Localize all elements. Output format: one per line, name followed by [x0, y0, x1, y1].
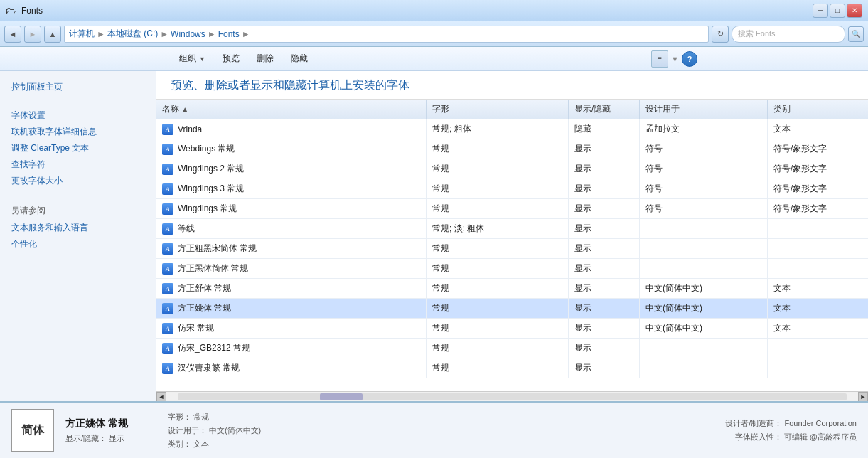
cell-designed: 中文(简体中文) — [640, 279, 768, 298]
breadcrumb-windows[interactable]: Windows — [171, 29, 205, 39]
cell-visibility: 显示 — [569, 358, 640, 378]
cell-name: A Vrinda — [156, 119, 427, 139]
search-box[interactable]: 搜索 Fonts — [732, 26, 845, 43]
delete-button[interactable]: 删除 — [248, 49, 282, 69]
cell-designed: 中文(简体中文) — [640, 319, 768, 338]
table-row[interactable]: A 方正粗黑宋简体 常规 常规 显示 — [156, 239, 868, 259]
font-name: 方正粗黑宋简体 常规 — [178, 243, 257, 255]
col-header-visibility[interactable]: 显示/隐藏 — [569, 100, 640, 119]
scroll-thumb[interactable] — [320, 393, 363, 400]
col-header-designed[interactable]: 设计用于 — [640, 100, 768, 119]
organize-arrow: ▼ — [199, 55, 205, 63]
col-header-name[interactable]: 名称 ▲ — [156, 100, 427, 119]
scroll-left-button[interactable]: ◄ — [156, 392, 166, 402]
sidebar-online-info[interactable]: 联机获取字体详细信息 — [0, 124, 156, 140]
table-row[interactable]: A Vrinda 常规; 粗体 隐藏 孟加拉文 文本 — [156, 119, 868, 139]
back-button[interactable]: ◄ — [4, 26, 21, 43]
cell-name: A 等线 — [156, 219, 427, 238]
breadcrumb-drive[interactable]: 本地磁盘 (C:) — [107, 28, 158, 40]
cell-designed: 符号 — [640, 139, 768, 159]
sidebar-also-see-section: 另请参阅 文本服务和输入语言 个性化 — [0, 201, 156, 252]
table-row[interactable]: A Wingdings 3 常规 常规 显示 符号 符号/象形文字 — [156, 179, 868, 199]
page-title: 预览、删除或者显示和隐藏计算机上安装的字体 — [156, 71, 868, 100]
table-row[interactable]: A 方正舒体 常规 常规 显示 中文(简体中文) 文本 — [156, 279, 868, 299]
address-path[interactable]: 计算机 ► 本地磁盘 (C:) ► Windows ► Fonts ► — [64, 26, 709, 43]
status-info-left: 方正姚体 常规 显示/隐藏： 显示 — [65, 417, 128, 444]
forward-button[interactable]: ► — [24, 26, 41, 43]
breadcrumb-computer[interactable]: 计算机 — [69, 28, 95, 40]
cell-style: 常规 — [427, 358, 569, 378]
table-row[interactable]: A 方正姚体 常规 常规 显示 中文(简体中文) 文本 — [156, 299, 868, 319]
cell-style: 常规; 淡; 粗体 — [427, 219, 569, 238]
font-name: 方正黑体简体 常规 — [178, 262, 248, 275]
sidebar-cleartype[interactable]: 调整 ClearType 文本 — [0, 140, 156, 156]
cell-name: A Wingdings 常规 — [156, 199, 427, 218]
horizontal-scrollbar[interactable]: ◄ ► — [156, 391, 868, 401]
also-see-title: 另请参阅 — [0, 201, 156, 220]
col-header-category[interactable]: 类别 — [768, 100, 853, 119]
sidebar-find-char[interactable]: 查找字符 — [0, 156, 156, 173]
cell-category: 符号/象形文字 — [768, 199, 853, 218]
table-row[interactable]: A Wingdings 2 常规 常规 显示 符号 符号/象形文字 — [156, 159, 868, 179]
breadcrumb-fonts[interactable]: Fonts — [218, 29, 240, 39]
cell-category: 文本 — [768, 319, 853, 338]
title-bar: 🗁 Fonts ─ □ ✕ — [0, 0, 868, 21]
table-row[interactable]: A 等线 常规; 淡; 粗体 显示 — [156, 219, 868, 239]
scroll-right-button[interactable]: ► — [858, 392, 868, 402]
cell-designed — [640, 239, 768, 258]
table-row[interactable]: A 仿宋_GB2312 常规 常规 显示 — [156, 339, 868, 358]
preview-button[interactable]: 预览 — [214, 49, 248, 69]
refresh-button[interactable]: ↻ — [712, 26, 729, 43]
font-table[interactable]: 名称 ▲ 字形 显示/隐藏 设计用于 类别 A — [156, 100, 868, 391]
sidebar-personalize[interactable]: 个性化 — [0, 236, 156, 252]
table-row[interactable]: A Webdings 常规 常规 显示 符号 符号/象形文字 — [156, 139, 868, 159]
table-row[interactable]: A 方正黑体简体 常规 常规 显示 — [156, 259, 868, 279]
status-visibility: 显示/隐藏： 显示 — [65, 433, 128, 444]
sort-arrow-name: ▲ — [181, 105, 188, 113]
status-font-name: 方正姚体 常规 — [65, 417, 128, 430]
window-title: Fonts — [21, 6, 43, 16]
cell-style: 常规 — [427, 159, 569, 179]
cell-name: A 方正舒体 常规 — [156, 279, 427, 298]
maximize-button[interactable]: □ — [830, 4, 845, 18]
cell-name: A Webdings 常规 — [156, 139, 427, 159]
font-name: 等线 — [178, 223, 195, 235]
preview-character: 简体 — [21, 423, 44, 438]
cell-category — [768, 239, 853, 258]
sidebar-font-settings[interactable]: 字体设置 — [0, 107, 156, 124]
sidebar-text-services[interactable]: 文本服务和输入语言 — [0, 220, 156, 236]
view-button[interactable]: ≡ — [651, 50, 668, 68]
scroll-track[interactable] — [178, 393, 847, 400]
hide-button[interactable]: 隐藏 — [282, 49, 316, 69]
cell-category: 文本 — [768, 119, 853, 139]
table-body: A Vrinda 常规; 粗体 隐藏 孟加拉文 文本 A Webdings 常规… — [156, 119, 868, 378]
help-button[interactable]: ? — [682, 51, 697, 67]
col-header-style[interactable]: 字形 — [427, 100, 569, 119]
main-layout: 控制面板主页 字体设置 联机获取字体详细信息 调整 ClearType 文本 查… — [0, 71, 868, 401]
close-button[interactable]: ✕ — [847, 4, 862, 18]
cell-visibility: 显示 — [569, 259, 640, 278]
cell-style: 常规 — [427, 179, 569, 198]
font-name: 仿宋 常规 — [178, 322, 214, 334]
search-button[interactable]: 🔍 — [848, 26, 864, 42]
cell-name: A Wingdings 3 常规 — [156, 179, 427, 198]
table-row[interactable]: A Wingdings 常规 常规 显示 符号 符号/象形文字 — [156, 199, 868, 219]
table-row[interactable]: A 汉仪曹隶繁 常规 常规 显示 — [156, 358, 868, 378]
minimize-button[interactable]: ─ — [813, 4, 828, 18]
cell-visibility: 显示 — [569, 319, 640, 338]
status-designed-for: 设计用于： 中文(简体中文) — [168, 425, 714, 436]
cell-style: 常规 — [427, 279, 569, 298]
cell-visibility: 显示 — [569, 219, 640, 238]
table-row[interactable]: A 仿宋 常规 常规 显示 中文(简体中文) 文本 — [156, 319, 868, 339]
cell-visibility: 显示 — [569, 199, 640, 218]
sidebar-home-link[interactable]: 控制面板主页 — [0, 78, 156, 96]
up-button[interactable]: ▲ — [44, 26, 61, 43]
organize-button[interactable]: 组织 ▼ — [171, 49, 214, 69]
cell-name: A Wingdings 2 常规 — [156, 159, 427, 179]
sidebar-main-section: 控制面板主页 — [0, 78, 156, 96]
cell-designed — [640, 358, 768, 378]
cell-visibility: 显示 — [569, 239, 640, 258]
status-info-right: 设计者/制造商： Founder Corporation 字体嵌入性： 可编辑 … — [725, 418, 857, 442]
cell-designed — [640, 219, 768, 238]
sidebar-change-size[interactable]: 更改字体大小 — [0, 173, 156, 189]
